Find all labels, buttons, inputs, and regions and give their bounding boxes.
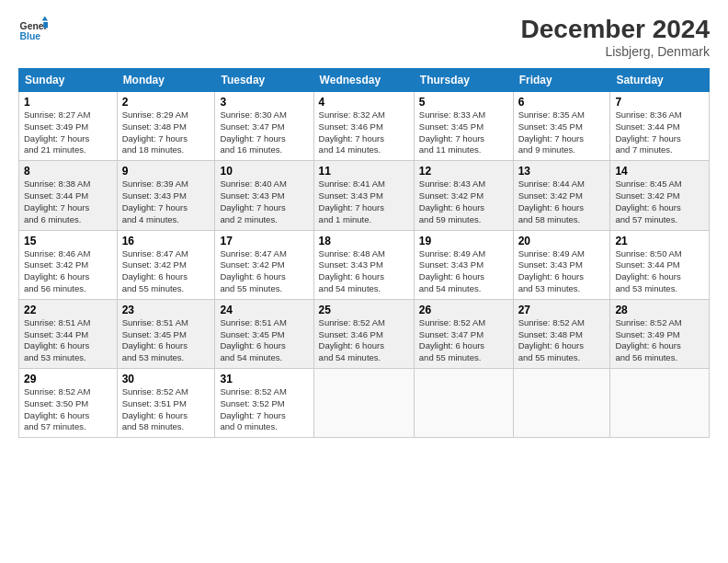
table-row: 3Sunrise: 8:30 AM Sunset: 3:47 PM Daylig…: [215, 92, 313, 161]
day-number: 13: [518, 165, 606, 178]
table-row: 15Sunrise: 8:46 AM Sunset: 3:42 PM Dayli…: [19, 230, 118, 299]
col-friday: Friday: [513, 69, 610, 92]
day-number: 6: [518, 96, 606, 109]
day-details: Sunrise: 8:52 AM Sunset: 3:47 PM Dayligh…: [419, 317, 508, 364]
table-row: 19Sunrise: 8:49 AM Sunset: 3:43 PM Dayli…: [414, 230, 513, 299]
table-row: [414, 369, 513, 438]
day-number: 16: [122, 235, 210, 247]
day-number: 25: [319, 304, 409, 316]
logo-icon: General Blue: [18, 15, 48, 44]
svg-marker-3: [43, 22, 48, 28]
day-details: Sunrise: 8:33 AM Sunset: 3:45 PM Dayligh…: [419, 109, 508, 156]
col-monday: Monday: [117, 69, 215, 92]
day-number: 17: [220, 235, 308, 247]
day-details: Sunrise: 8:49 AM Sunset: 3:43 PM Dayligh…: [419, 248, 508, 295]
day-number: 9: [122, 165, 210, 178]
day-number: 29: [24, 373, 112, 385]
day-number: 12: [419, 165, 508, 178]
day-details: Sunrise: 8:52 AM Sunset: 3:46 PM Dayligh…: [319, 317, 409, 364]
day-details: Sunrise: 8:29 AM Sunset: 3:48 PM Dayligh…: [122, 109, 210, 156]
col-thursday: Thursday: [414, 69, 513, 92]
day-number: 28: [615, 304, 704, 316]
table-row: 8Sunrise: 8:38 AM Sunset: 3:44 PM Daylig…: [19, 161, 118, 230]
day-details: Sunrise: 8:52 AM Sunset: 3:52 PM Dayligh…: [220, 386, 308, 433]
calendar-week-row: 8Sunrise: 8:38 AM Sunset: 3:44 PM Daylig…: [19, 161, 710, 230]
col-saturday: Saturday: [610, 69, 710, 92]
col-tuesday: Tuesday: [215, 69, 313, 92]
day-number: 10: [220, 165, 308, 178]
day-number: 1: [24, 96, 112, 109]
header: General Blue December 2024 Lisbjerg, Den…: [18, 15, 710, 59]
svg-marker-2: [42, 17, 48, 21]
table-row: 23Sunrise: 8:51 AM Sunset: 3:45 PM Dayli…: [117, 299, 215, 368]
day-details: Sunrise: 8:43 AM Sunset: 3:42 PM Dayligh…: [419, 178, 508, 225]
day-number: 23: [122, 304, 210, 316]
day-number: 21: [615, 235, 704, 247]
table-row: 17Sunrise: 8:47 AM Sunset: 3:42 PM Dayli…: [215, 230, 313, 299]
col-sunday: Sunday: [19, 69, 118, 92]
table-row: 31Sunrise: 8:52 AM Sunset: 3:52 PM Dayli…: [215, 369, 313, 438]
day-number: 4: [319, 96, 409, 109]
table-row: 18Sunrise: 8:48 AM Sunset: 3:43 PM Dayli…: [313, 230, 414, 299]
table-row: 10Sunrise: 8:40 AM Sunset: 3:43 PM Dayli…: [215, 161, 313, 230]
day-details: Sunrise: 8:36 AM Sunset: 3:44 PM Dayligh…: [615, 109, 704, 156]
table-row: 7Sunrise: 8:36 AM Sunset: 3:44 PM Daylig…: [610, 92, 710, 161]
table-row: 27Sunrise: 8:52 AM Sunset: 3:48 PM Dayli…: [513, 299, 610, 368]
day-number: 30: [122, 373, 210, 385]
day-details: Sunrise: 8:51 AM Sunset: 3:45 PM Dayligh…: [122, 317, 210, 364]
table-row: 30Sunrise: 8:52 AM Sunset: 3:51 PM Dayli…: [117, 369, 215, 438]
table-row: [610, 369, 710, 438]
calendar-week-row: 1Sunrise: 8:27 AM Sunset: 3:49 PM Daylig…: [19, 92, 710, 161]
day-details: Sunrise: 8:49 AM Sunset: 3:43 PM Dayligh…: [518, 248, 606, 295]
table-row: 21Sunrise: 8:50 AM Sunset: 3:44 PM Dayli…: [610, 230, 710, 299]
table-row: 14Sunrise: 8:45 AM Sunset: 3:42 PM Dayli…: [610, 161, 710, 230]
location: Lisbjerg, Denmark: [521, 44, 710, 59]
table-row: 1Sunrise: 8:27 AM Sunset: 3:49 PM Daylig…: [19, 92, 118, 161]
day-details: Sunrise: 8:52 AM Sunset: 3:49 PM Dayligh…: [615, 317, 704, 364]
col-wednesday: Wednesday: [313, 69, 414, 92]
table-row: 25Sunrise: 8:52 AM Sunset: 3:46 PM Dayli…: [313, 299, 414, 368]
day-details: Sunrise: 8:27 AM Sunset: 3:49 PM Dayligh…: [24, 109, 112, 156]
day-details: Sunrise: 8:39 AM Sunset: 3:43 PM Dayligh…: [122, 178, 210, 225]
day-details: Sunrise: 8:50 AM Sunset: 3:44 PM Dayligh…: [615, 248, 704, 295]
day-details: Sunrise: 8:41 AM Sunset: 3:43 PM Dayligh…: [319, 178, 409, 225]
day-number: 14: [615, 165, 704, 178]
month-title: December 2024: [521, 15, 710, 44]
calendar-week-row: 22Sunrise: 8:51 AM Sunset: 3:44 PM Dayli…: [19, 299, 710, 368]
day-details: Sunrise: 8:32 AM Sunset: 3:46 PM Dayligh…: [319, 109, 409, 156]
table-row: 6Sunrise: 8:35 AM Sunset: 3:45 PM Daylig…: [513, 92, 610, 161]
day-number: 8: [24, 165, 112, 178]
table-row: [513, 369, 610, 438]
table-row: 16Sunrise: 8:47 AM Sunset: 3:42 PM Dayli…: [117, 230, 215, 299]
day-details: Sunrise: 8:52 AM Sunset: 3:50 PM Dayligh…: [24, 386, 112, 433]
table-row: 2Sunrise: 8:29 AM Sunset: 3:48 PM Daylig…: [117, 92, 215, 161]
page: General Blue December 2024 Lisbjerg, Den…: [0, 0, 728, 563]
day-number: 31: [220, 373, 308, 385]
table-row: 9Sunrise: 8:39 AM Sunset: 3:43 PM Daylig…: [117, 161, 215, 230]
day-details: Sunrise: 8:52 AM Sunset: 3:51 PM Dayligh…: [122, 386, 210, 433]
title-block: December 2024 Lisbjerg, Denmark: [521, 15, 710, 59]
day-details: Sunrise: 8:44 AM Sunset: 3:42 PM Dayligh…: [518, 178, 606, 225]
table-row: 29Sunrise: 8:52 AM Sunset: 3:50 PM Dayli…: [19, 369, 118, 438]
day-details: Sunrise: 8:52 AM Sunset: 3:48 PM Dayligh…: [518, 317, 606, 364]
day-number: 15: [24, 235, 112, 247]
calendar-header-row: Sunday Monday Tuesday Wednesday Thursday…: [19, 69, 710, 92]
day-number: 7: [615, 96, 704, 109]
table-row: 4Sunrise: 8:32 AM Sunset: 3:46 PM Daylig…: [313, 92, 414, 161]
calendar-table: Sunday Monday Tuesday Wednesday Thursday…: [18, 68, 710, 438]
table-row: 12Sunrise: 8:43 AM Sunset: 3:42 PM Dayli…: [414, 161, 513, 230]
day-details: Sunrise: 8:40 AM Sunset: 3:43 PM Dayligh…: [220, 178, 308, 225]
day-number: 20: [518, 235, 606, 247]
table-row: 20Sunrise: 8:49 AM Sunset: 3:43 PM Dayli…: [513, 230, 610, 299]
table-row: 24Sunrise: 8:51 AM Sunset: 3:45 PM Dayli…: [215, 299, 313, 368]
day-details: Sunrise: 8:30 AM Sunset: 3:47 PM Dayligh…: [220, 109, 308, 156]
day-details: Sunrise: 8:47 AM Sunset: 3:42 PM Dayligh…: [220, 248, 308, 295]
day-number: 26: [419, 304, 508, 316]
day-number: 27: [518, 304, 606, 316]
day-details: Sunrise: 8:51 AM Sunset: 3:44 PM Dayligh…: [24, 317, 112, 364]
table-row: 28Sunrise: 8:52 AM Sunset: 3:49 PM Dayli…: [610, 299, 710, 368]
calendar-week-row: 15Sunrise: 8:46 AM Sunset: 3:42 PM Dayli…: [19, 230, 710, 299]
table-row: [313, 369, 414, 438]
calendar-week-row: 29Sunrise: 8:52 AM Sunset: 3:50 PM Dayli…: [19, 369, 710, 438]
day-details: Sunrise: 8:38 AM Sunset: 3:44 PM Dayligh…: [24, 178, 112, 225]
